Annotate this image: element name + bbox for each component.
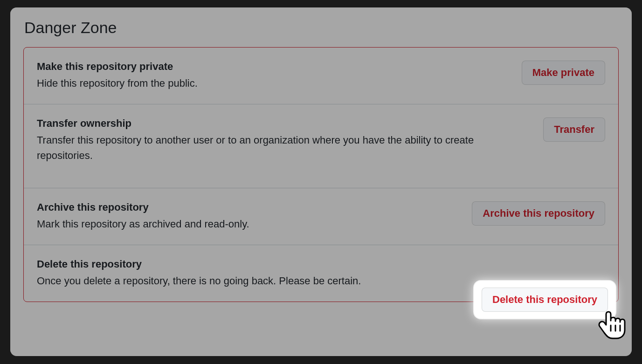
make-private-text: Make this repository private Hide this r…: [37, 61, 522, 91]
archive-desc: Mark this repository as archived and rea…: [37, 216, 461, 232]
transfer-row: Transfer ownership Transfer this reposit…: [24, 104, 618, 188]
transfer-text: Transfer ownership Transfer this reposit…: [37, 117, 543, 163]
delete-button-highlight: Delete this repository: [474, 281, 615, 318]
make-private-desc: Hide this repository from the public.: [37, 76, 511, 91]
archive-title: Archive this repository: [37, 201, 461, 213]
archive-button[interactable]: Archive this repository: [472, 201, 605, 226]
section-title: Danger Zone: [24, 19, 619, 37]
delete-title: Delete this repository: [37, 258, 459, 270]
danger-zone-section: Danger Zone Make this repository private…: [10, 7, 632, 316]
delete-desc: Once you delete a repository, there is n…: [37, 273, 459, 288]
archive-text: Archive this repository Mark this reposi…: [37, 201, 472, 232]
transfer-button[interactable]: Transfer: [543, 117, 605, 142]
danger-zone-box: Make this repository private Hide this r…: [23, 47, 619, 302]
make-private-row: Make this repository private Hide this r…: [24, 48, 618, 104]
make-private-button[interactable]: Make private: [522, 61, 605, 85]
make-private-title: Make this repository private: [37, 61, 511, 73]
transfer-title: Transfer ownership: [37, 117, 532, 130]
transfer-desc: Transfer this repository to another user…: [37, 132, 532, 163]
archive-row: Archive this repository Mark this reposi…: [24, 188, 618, 245]
delete-text: Delete this repository Once you delete a…: [37, 258, 470, 288]
delete-repository-button[interactable]: Delete this repository: [482, 288, 608, 312]
